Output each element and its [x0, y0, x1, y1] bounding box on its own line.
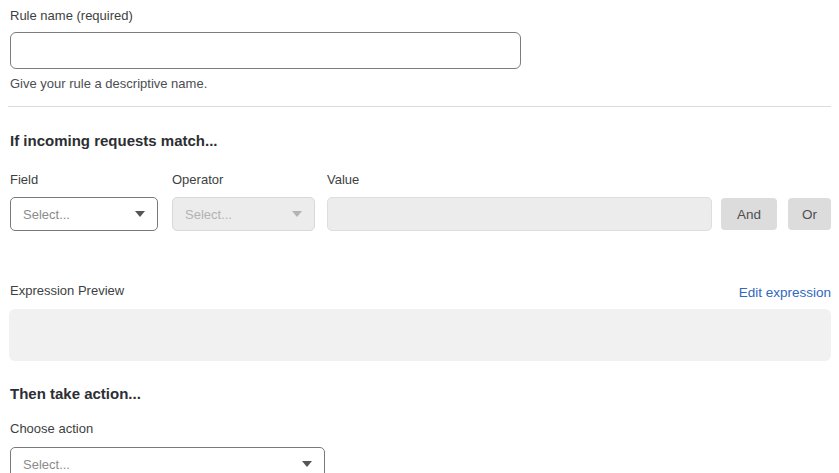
- choose-action-label: Choose action: [10, 420, 831, 438]
- rule-name-section: Rule name (required) Give your rule a de…: [10, 6, 831, 91]
- expression-preview-box: [9, 309, 831, 361]
- expression-preview-header: Expression Preview Edit expression: [10, 282, 831, 300]
- or-button[interactable]: Or: [788, 198, 831, 230]
- field-select[interactable]: Select...: [10, 197, 158, 231]
- field-label: Field: [10, 171, 158, 189]
- value-label: Value: [327, 171, 712, 189]
- rule-name-label: Rule name (required): [10, 8, 133, 23]
- edit-expression-link[interactable]: Edit expression: [739, 285, 831, 300]
- expression-preview-label: Expression Preview: [10, 282, 124, 300]
- rule-name-input[interactable]: [10, 32, 521, 69]
- action-section-heading: Then take action...: [10, 385, 831, 403]
- field-column: Field Select...: [10, 171, 158, 231]
- chevron-down-icon: [302, 461, 312, 467]
- value-column: Value: [327, 171, 712, 231]
- section-divider: [8, 106, 831, 107]
- rule-form: Rule name (required) Give your rule a de…: [0, 0, 839, 473]
- operator-label: Operator: [172, 171, 315, 189]
- match-section-heading: If incoming requests match...: [10, 132, 831, 150]
- chevron-down-icon: [292, 211, 302, 217]
- operator-select: Select...: [172, 197, 315, 231]
- choose-action-select-value: Select...: [23, 457, 70, 472]
- chevron-down-icon: [135, 211, 145, 217]
- field-select-value: Select...: [23, 207, 70, 222]
- choose-action-select[interactable]: Select...: [10, 447, 325, 473]
- and-button[interactable]: And: [721, 198, 777, 230]
- operator-select-value: Select...: [185, 207, 232, 222]
- operator-column: Operator Select...: [172, 171, 315, 231]
- rule-name-helper: Give your rule a descriptive name.: [10, 76, 831, 91]
- condition-row: Field Select... Operator Select... Value…: [10, 171, 831, 231]
- value-input: [327, 197, 712, 231]
